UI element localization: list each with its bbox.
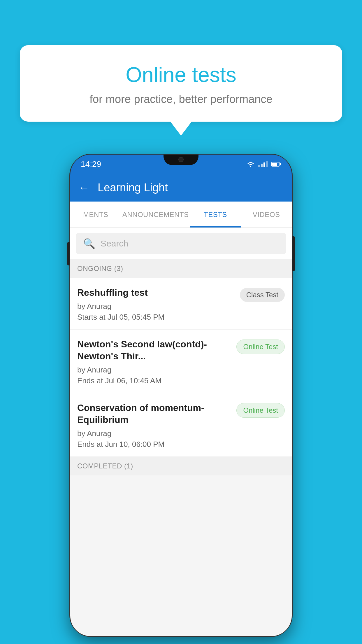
search-container: 🔍 Search [70, 228, 292, 259]
phone-mockup: 14:29 [70, 155, 292, 636]
signal-icon [258, 161, 268, 167]
test-time: Ends at Jun 10, 06:00 PM [77, 440, 232, 449]
phone-screen: 14:29 [70, 155, 292, 636]
bubble-title: Online tests [34, 63, 328, 87]
test-name: Reshuffling test [77, 287, 235, 299]
test-name: Conservation of momentum-Equilibrium [77, 402, 232, 426]
search-bar[interactable]: 🔍 Search [76, 233, 286, 254]
content-area: 🔍 Search ONGOING (3) Reshuffling test by… [70, 228, 292, 636]
test-badge: Class Test [240, 288, 285, 302]
app-bar: ← Learning Light [70, 174, 292, 202]
back-button[interactable]: ← [78, 182, 89, 193]
test-author: by Anurag [77, 365, 232, 374]
tabs-bar: MENTS ANNOUNCEMENTS TESTS VIDEOS [70, 202, 292, 228]
speech-bubble: Online tests for more practice, better p… [20, 45, 342, 122]
tab-ments[interactable]: MENTS [70, 202, 121, 228]
search-icon: 🔍 [83, 238, 95, 249]
test-info: Reshuffling test by Anurag Starts at Jul… [77, 287, 240, 322]
tab-announcements[interactable]: ANNOUNCEMENTS [121, 202, 190, 228]
test-time: Ends at Jul 06, 10:45 AM [77, 376, 232, 385]
test-item[interactable]: Reshuffling test by Anurag Starts at Jul… [70, 278, 292, 330]
test-info: Conservation of momentum-Equilibrium by … [77, 402, 236, 449]
test-item[interactable]: Conservation of momentum-Equilibrium by … [70, 393, 292, 457]
tab-videos[interactable]: VIDEOS [241, 202, 292, 228]
test-badge: Online Test [236, 340, 285, 354]
camera [178, 157, 184, 162]
test-list: Reshuffling test by Anurag Starts at Jul… [70, 278, 292, 457]
test-time: Starts at Jul 05, 05:45 PM [77, 313, 235, 322]
status-icons [247, 161, 281, 167]
status-time: 14:29 [81, 160, 101, 169]
notch [164, 155, 198, 165]
bubble-subtitle: for more practice, better performance [34, 93, 328, 106]
search-input[interactable]: Search [101, 239, 128, 249]
completed-section-header: COMPLETED (1) [70, 457, 292, 475]
test-badge: Online Test [236, 403, 285, 418]
battery-icon [271, 162, 281, 167]
ongoing-section-header: ONGOING (3) [70, 259, 292, 278]
tab-tests[interactable]: TESTS [190, 202, 241, 228]
status-bar: 14:29 [70, 155, 292, 174]
test-item[interactable]: Newton's Second law(contd)-Newton's Thir… [70, 330, 292, 393]
wifi-icon [247, 161, 255, 167]
test-author: by Anurag [77, 429, 232, 438]
svg-point-0 [250, 166, 251, 167]
test-info: Newton's Second law(contd)-Newton's Thir… [77, 338, 236, 385]
phone-frame: 14:29 [70, 155, 292, 636]
test-name: Newton's Second law(contd)-Newton's Thir… [77, 338, 232, 363]
test-author: by Anurag [77, 302, 235, 311]
app-title: Learning Light [98, 181, 168, 194]
